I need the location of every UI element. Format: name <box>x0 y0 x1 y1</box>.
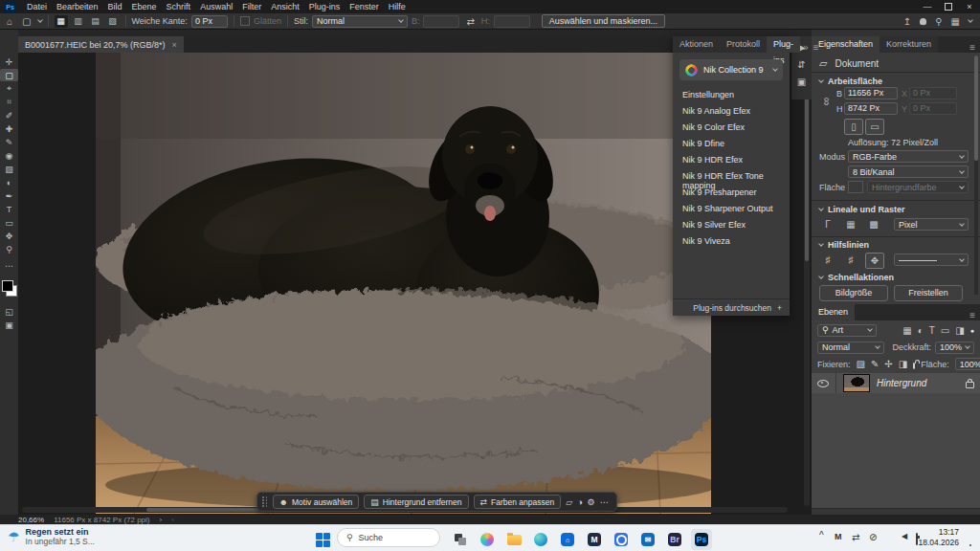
plugin-item-hdr-efex-tone-mapping[interactable]: Nik 9 HDR Efex Tone mapping <box>682 171 783 185</box>
plugin-item-einstellungen[interactable]: Einstellungen <box>682 90 783 103</box>
plugin-item-analog-efex[interactable]: Nik 9 Analog Efex <box>682 106 783 120</box>
height-input[interactable] <box>494 15 530 28</box>
copilot-button[interactable] <box>477 529 498 550</box>
layers-empty-area[interactable] <box>812 393 980 508</box>
filter-type-layers-icon[interactable]: T <box>929 325 935 336</box>
quick-mask-icon[interactable]: ◱ <box>0 305 18 318</box>
section-hilfslinien[interactable]: Hilfslinien <box>819 240 869 250</box>
menu-fenster[interactable]: Fenster <box>345 0 384 13</box>
filter-pixel-layers-icon[interactable]: ▦ <box>902 325 911 336</box>
export-icon[interactable]: ⇵ <box>797 59 805 70</box>
chevron-down-icon[interactable] <box>968 17 973 23</box>
menu-plugins[interactable]: Plug-ins <box>304 0 345 13</box>
panel-menu-icon[interactable]: ≡ <box>965 310 980 320</box>
tab-korrekturen[interactable]: Korrekturen <box>880 36 938 53</box>
settings-icon[interactable]: ⚙ <box>588 497 595 507</box>
m-app-button[interactable]: M <box>584 529 605 550</box>
share-icon[interactable]: ↥ <box>903 16 911 27</box>
close-tab-icon[interactable]: × <box>172 40 177 50</box>
layer-filter-select[interactable]: ⚲ Art <box>817 324 877 337</box>
edge-button[interactable] <box>530 529 551 550</box>
filter-adjustment-layers-icon[interactable]: ◐ <box>918 325 924 336</box>
guides-icon[interactable]: ♯ <box>819 253 836 267</box>
notifications-icon[interactable] <box>920 18 926 25</box>
menu-ansicht[interactable]: Ansicht <box>266 0 304 13</box>
taskbar-clock[interactable]: 13:17 18.04.2026 <box>918 527 959 548</box>
adjust-colors-button[interactable]: ⇄ Farben anpassen <box>474 495 562 509</box>
menu-bearbeiten[interactable]: Bearbeiten <box>52 0 103 13</box>
clone-stamp-tool[interactable]: ◉ <box>0 149 18 162</box>
lock-all-icon[interactable] <box>913 363 915 369</box>
document-tab[interactable]: B0001677.HEIC bei 20,7% (RGB/8*) × <box>18 36 184 53</box>
menu-datei[interactable]: Datei <box>22 0 52 13</box>
menu-hilfe[interactable]: Hilfe <box>384 0 411 13</box>
portrait-orientation-button[interactable]: ▯ <box>844 119 863 135</box>
style-select[interactable]: Normal <box>312 15 408 28</box>
filter-shape-layers-icon[interactable]: ▭ <box>941 325 949 336</box>
canvas-height-input[interactable]: 8742 Px <box>844 102 898 115</box>
link-dimensions-icon[interactable]: ∞ <box>820 98 834 106</box>
panel-menu-icon[interactable]: ≡ <box>965 42 980 53</box>
tray-blocked-icon[interactable]: ⊘ <box>869 532 877 542</box>
panel-menu-icon[interactable]: ≡ <box>812 42 824 53</box>
start-button[interactable] <box>312 529 333 550</box>
tab-ebenen[interactable]: Ebenen <box>812 304 855 320</box>
filter-smart-objects-icon[interactable]: ◨ <box>955 325 964 336</box>
gradient-tool[interactable]: ▧ <box>0 163 18 175</box>
bridge-button[interactable]: Br <box>664 529 685 550</box>
blend-mode-select[interactable]: Normal <box>817 342 884 354</box>
swap-dimensions-icon[interactable]: ⇄ <box>463 16 477 27</box>
foreground-color-swatch[interactable] <box>2 280 13 292</box>
move-tool[interactable]: ✛ <box>0 55 18 68</box>
menu-auswahl[interactable]: Auswahl <box>195 0 237 13</box>
plugin-item-viveza[interactable]: Nik 9 Viveza <box>682 236 783 250</box>
landscape-orientation-button[interactable]: ▭ <box>865 119 884 135</box>
move-guides-icon[interactable]: ✥ <box>865 253 884 269</box>
guide-style-select[interactable] <box>894 253 969 266</box>
edit-toolbar-icon[interactable]: ⋯ <box>0 259 18 272</box>
section-lineale-raster[interactable]: Lineale und Raster <box>819 205 905 214</box>
type-tool[interactable]: T <box>0 203 18 215</box>
search-icon[interactable]: ⚲ <box>935 16 942 27</box>
layer-thumbnail[interactable] <box>843 374 870 392</box>
adjustments-icon[interactable]: ◑ <box>577 497 582 507</box>
nik-collection-dropdown[interactable]: Nik Collection 9 <box>679 59 783 80</box>
zoom-tool[interactable]: ⚲ <box>0 243 18 255</box>
lock-paint-icon[interactable]: ✎ <box>871 359 879 369</box>
drag-handle[interactable] <box>262 496 268 507</box>
canvas-vertical-scrollbar[interactable] <box>804 56 810 506</box>
volume-icon[interactable]: ◀ <box>902 532 907 540</box>
status-arrow-icon[interactable]: › <box>160 516 163 524</box>
object-selection-tool[interactable]: ⌖ <box>0 82 18 95</box>
fill-color-swatch[interactable] <box>848 181 863 193</box>
eyedropper-tool[interactable]: ✐ <box>0 109 18 121</box>
brush-tool[interactable]: ✎ <box>0 136 18 148</box>
selection-mode-add[interactable]: ▥ <box>72 15 85 28</box>
filter-toggle-icon[interactable]: ● <box>970 327 974 334</box>
section-arbeitsflaeche[interactable]: Arbeitsfläche <box>819 77 882 86</box>
ruler-icon[interactable]: Γ <box>819 217 836 231</box>
layer-row-hintergrund[interactable]: Hintergrund <box>812 373 980 393</box>
task-view-button[interactable] <box>450 529 471 550</box>
chat-app-button[interactable] <box>611 529 632 550</box>
store-button[interactable]: ⌂ <box>557 529 578 550</box>
crop-button[interactable]: Freistellen <box>894 285 963 301</box>
dodge-tool[interactable]: ◐ <box>0 176 18 188</box>
plugin-item-hdr-efex[interactable]: Nik 9 HDR Efex <box>682 155 783 168</box>
lock-transparent-icon[interactable]: ▨ <box>857 359 865 369</box>
expand-panel-icon[interactable]: » <box>800 42 812 53</box>
pen-tool[interactable]: ✒ <box>0 189 18 202</box>
maximize-button[interactable] <box>938 0 959 13</box>
minimize-button[interactable]: — <box>917 0 938 13</box>
tray-m-icon[interactable]: M <box>835 532 842 541</box>
outlook-button[interactable]: ✉ <box>637 529 658 550</box>
libraries-icon[interactable]: ▣ <box>797 77 806 87</box>
section-schnellaktionen[interactable]: Schnellaktionen <box>819 273 894 282</box>
screen-mode-icon[interactable]: ▣ <box>0 319 18 331</box>
selection-mode-new[interactable]: ▦ <box>55 15 68 28</box>
plugin-item-sharpener-output[interactable]: Nik 9 Sharpener Output <box>682 204 783 217</box>
select-subject-button[interactable]: ☻ Motiv auswählen <box>273 495 360 509</box>
lock-position-icon[interactable]: ✢ <box>884 359 892 369</box>
menu-filter[interactable]: Filter <box>237 0 266 13</box>
photoshop-taskbar-button[interactable]: Ps <box>691 529 712 550</box>
